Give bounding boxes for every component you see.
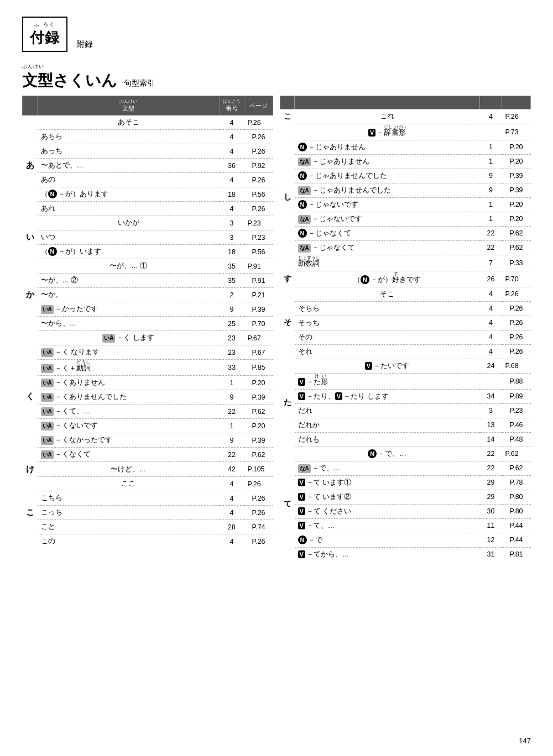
- entry-num: [480, 124, 502, 140]
- entry-page: P.91: [244, 259, 273, 274]
- index-furigana: ぶんけい: [22, 63, 531, 70]
- section-marker-i: い: [23, 216, 38, 259]
- table-row: す （N－が）好すきです 26 P.70: [280, 271, 531, 287]
- entry-term: だれも: [295, 432, 480, 447]
- badge-n: N: [48, 247, 57, 256]
- badge-n: N: [298, 143, 307, 151]
- entry-num: 35: [220, 274, 244, 288]
- table-row: いA－く なります 23 P.67: [23, 345, 273, 360]
- badge-ia: いA: [41, 393, 54, 402]
- page-number: 147: [519, 737, 531, 745]
- table-row: なA－じゃありません 1 P.20: [280, 154, 531, 169]
- entry-num: 9: [220, 433, 244, 448]
- badge-na: なA: [298, 215, 311, 224]
- entry-num: 23: [220, 331, 244, 345]
- table-row: て N－で、… 22 P.62: [280, 447, 531, 461]
- badge-n: N: [298, 200, 307, 209]
- entry-term: V－てから、…: [295, 547, 480, 561]
- entry-term: N－じゃないです: [295, 197, 480, 212]
- section-marker-shi: し: [280, 124, 295, 271]
- table-row: いA－くありません 1 P.20: [23, 376, 273, 390]
- entry-page: P.26: [244, 534, 273, 549]
- entry-page: P.39: [502, 183, 531, 197]
- entry-term: なA－じゃありませんでした: [295, 183, 480, 197]
- entry-term: だれ: [295, 403, 480, 418]
- entry-page: P.26: [502, 287, 531, 301]
- entry-page: P.73: [502, 124, 531, 140]
- josuushi-ruby: 助数詞じょすうし: [298, 260, 320, 267]
- entry-term: 〜が、… ②: [38, 274, 220, 288]
- entry-page: P.39: [502, 169, 531, 183]
- table-row: い いかが 3 P.23: [23, 216, 273, 230]
- entry-page: P.26: [244, 173, 273, 187]
- entry-term: N－で、…: [295, 447, 480, 461]
- entry-num: 22: [480, 461, 502, 475]
- entry-num: 28: [220, 520, 244, 534]
- entry-num: 30: [480, 504, 502, 518]
- entry-term: V－たいです: [295, 359, 480, 373]
- badge-na: なA: [298, 186, 311, 195]
- entry-page: P.20: [502, 197, 531, 212]
- entry-num: 9: [220, 302, 244, 317]
- entry-num: 33: [220, 360, 244, 376]
- entry-num: 4: [480, 316, 502, 330]
- entry-num: 18: [220, 187, 244, 202]
- badge-v: V: [368, 129, 375, 136]
- col-page-header: ページ: [244, 96, 273, 116]
- section-marker-ku: く: [23, 331, 38, 462]
- section-marker-ko-r: こ: [280, 109, 295, 124]
- entry-page: P.26: [244, 116, 273, 130]
- badge-ia: いA: [41, 348, 54, 357]
- entry-num: 1: [480, 140, 502, 154]
- badge-n: N: [48, 190, 57, 198]
- table-row: そちら 4 P.26: [280, 301, 531, 316]
- badge-ia: いA: [41, 305, 54, 314]
- entry-num: 4: [220, 173, 244, 187]
- badge-ia: いA: [41, 450, 54, 459]
- jisho-ruby: 辞書形じしょけい: [384, 129, 406, 136]
- entry-term: こちら: [38, 491, 220, 506]
- entry-page: P.56: [244, 187, 273, 202]
- entry-num: 4: [480, 344, 502, 359]
- table-row: 〜か。 2 P.21: [23, 288, 273, 302]
- entry-num: 35: [220, 259, 244, 274]
- entry-page: P.48: [502, 432, 531, 447]
- entry-num: 13: [480, 418, 502, 432]
- entry-num: [480, 373, 502, 389]
- table-row: そ そこ 4 P.26: [280, 287, 531, 301]
- entry-page: P.105: [244, 462, 273, 477]
- entry-term: あの: [38, 173, 220, 187]
- table-row: こちら 4 P.26: [23, 491, 273, 506]
- table-row: V－て ください 30 P.80: [280, 504, 531, 518]
- entry-num: 4: [220, 202, 244, 216]
- section-marker-so: そ: [280, 287, 295, 359]
- table-row: いA－くなかったです 9 P.39: [23, 433, 273, 448]
- entry-num: 1: [480, 197, 502, 212]
- entry-page: P.70: [502, 271, 531, 287]
- entry-page: P.62: [502, 240, 531, 255]
- col-num-header: ばんごう 番号: [220, 96, 244, 116]
- section-marker-te: て: [280, 447, 295, 561]
- table-row: V－たり、V－たり します 34 P.89: [280, 389, 531, 403]
- entry-num: 23: [220, 345, 244, 360]
- table-row: V－て います② 29 P.80: [280, 490, 531, 504]
- table-row: （N－が）います 18 P.56: [23, 245, 273, 259]
- entry-num: 9: [480, 183, 502, 197]
- entry-term: N－じゃありませんでした: [295, 169, 480, 183]
- entry-page: P.26: [244, 477, 273, 491]
- entry-num: 31: [480, 547, 502, 561]
- right-col-marker-header: [280, 96, 295, 109]
- entry-term: そこ: [295, 287, 480, 301]
- entry-num: 4: [220, 477, 244, 491]
- badge-ia: いA: [41, 364, 54, 373]
- table-row: く いA－く します 23 P.67: [23, 331, 273, 345]
- entry-term: だれか: [295, 418, 480, 432]
- entry-term: V－て ください: [295, 504, 480, 518]
- table-row: だれ 3 P.23: [280, 403, 531, 418]
- table-row: いA－かったです 9 P.39: [23, 302, 273, 317]
- entry-term: いかが: [38, 216, 220, 230]
- header-title-row: ふ ろく 付録 附録: [22, 17, 531, 52]
- entry-page: P.21: [244, 288, 273, 302]
- entry-num: 4: [220, 144, 244, 159]
- badge-v: V: [298, 378, 305, 386]
